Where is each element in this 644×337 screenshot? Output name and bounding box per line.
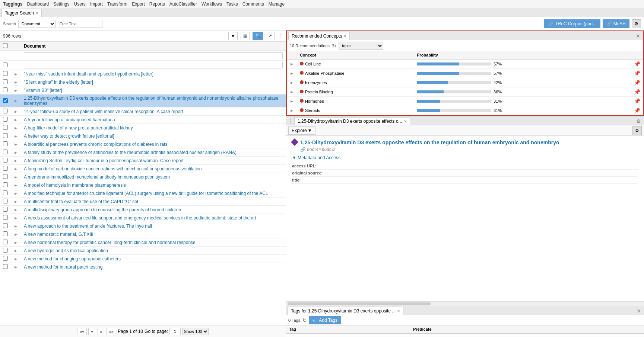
menu-taggings[interactable]: Taggings xyxy=(3,1,22,7)
table-row[interactable]: ►"Vitamin B3" [letter] xyxy=(0,86,286,94)
row-expand-icon[interactable]: ► xyxy=(11,198,21,206)
menu-users[interactable]: Users xyxy=(74,1,86,7)
menu-comments[interactable]: Comments xyxy=(242,1,264,7)
document-link[interactable]: A bioartificial pancreas prevents chroni… xyxy=(24,142,168,147)
document-link[interactable]: A family study of the prevalence of anti… xyxy=(24,150,237,155)
show-count-dropdown[interactable]: Show 100 xyxy=(182,328,209,335)
menu-workflows[interactable]: Workflows xyxy=(202,1,222,7)
document-link[interactable]: A better way to detect growth failure [e… xyxy=(24,134,114,139)
trec-corpus-button[interactable]: 🔗 TReC Corpus (part... xyxy=(544,19,600,28)
row-checkbox[interactable] xyxy=(3,174,8,179)
document-link[interactable]: A new approach to the treatment of ankle… xyxy=(24,224,152,229)
row-checkbox[interactable] xyxy=(3,98,8,103)
menu-import[interactable]: Import xyxy=(90,1,103,7)
row-expand-icon[interactable]: ► xyxy=(11,148,21,157)
tab-close-icon[interactable]: ✕ xyxy=(35,11,38,15)
detail-tab-close-icon[interactable]: ✕ xyxy=(404,119,407,123)
prev-page-button[interactable]: « xyxy=(88,328,96,335)
row-checkbox[interactable] xyxy=(3,190,8,195)
row-checkbox[interactable] xyxy=(3,150,8,154)
pin-icon[interactable]: 📌 xyxy=(634,98,640,104)
tags-refresh-icon[interactable]: ↻ xyxy=(302,317,307,323)
document-link[interactable]: A membrane-immobilized monoclonal antibo… xyxy=(24,174,170,180)
menu-settings[interactable]: Settings xyxy=(53,1,69,7)
tags-tab[interactable]: Tags for 1,25-Dihydroxyvitamin D3 exerts… xyxy=(288,307,403,315)
row-expand-icon[interactable]: ► xyxy=(11,86,21,94)
add-tags-button[interactable]: 🏷 Add Tags xyxy=(309,316,341,324)
detail-more-button[interactable]: ⋮ xyxy=(288,118,293,124)
table-row[interactable]: ►A membrane-immobilized monoclonal antib… xyxy=(0,173,286,181)
row-checkbox[interactable] xyxy=(3,158,8,163)
row-expand-icon[interactable]: ► xyxy=(11,181,21,189)
row-checkbox[interactable] xyxy=(3,133,8,138)
table-row[interactable]: ►A bag-filter model of a new pret a port… xyxy=(0,124,286,132)
more-options-button[interactable]: ⋮ xyxy=(277,33,283,39)
document-link[interactable]: 1,25-Dihydroxyvitamin D3 exerts opposite… xyxy=(24,96,279,106)
menu-dashboard[interactable]: Dashboard xyxy=(27,1,49,7)
row-expand-icon[interactable]: ► xyxy=(11,94,21,107)
panel-top-close-icon[interactable]: ✕ xyxy=(634,33,642,39)
document-search-input[interactable] xyxy=(24,52,283,59)
next-page-button[interactable]: » xyxy=(98,328,105,335)
row-checkbox[interactable] xyxy=(3,62,8,67)
detail-doc-tab[interactable]: 1,25-Dihydroxyvitamin D3 exerts opposite… xyxy=(294,117,410,125)
horizontal-scrollbar[interactable] xyxy=(286,301,644,306)
document-link[interactable]: A new hemostatic material, G.T.XIII xyxy=(24,232,93,237)
reco-expand-icon[interactable]: ► xyxy=(287,59,297,69)
pin-icon[interactable]: 📌 xyxy=(634,61,640,67)
tagger-search-tab[interactable]: Tagger Search ✕ xyxy=(1,9,42,17)
document-link[interactable]: A needs assessment of advanced life supp… xyxy=(24,215,256,221)
table-row[interactable]: ►"Near miss" sudden infant death and epi… xyxy=(0,70,286,78)
row-expand-icon[interactable]: ► xyxy=(11,116,21,124)
row-expand-icon[interactable]: ► xyxy=(11,206,21,214)
menu-export[interactable]: Export xyxy=(132,1,145,7)
row-checkbox[interactable] xyxy=(3,240,8,244)
table-row[interactable]: ►A new method for changing suprapubic ca… xyxy=(0,255,286,263)
document-link[interactable]: A new method for intraoral patch testing xyxy=(24,264,102,270)
table-row[interactable]: ►A new hemostatic material, G.T.XIII xyxy=(0,230,286,238)
row-checkbox[interactable] xyxy=(3,199,8,203)
search-icon-button[interactable]: 🔍 xyxy=(253,32,263,40)
row-checkbox[interactable] xyxy=(3,256,8,261)
row-expand-icon[interactable]: ► xyxy=(11,107,21,116)
export-button[interactable]: ↗ xyxy=(266,32,275,40)
row-expand-icon[interactable]: ► xyxy=(11,157,21,165)
row-checkbox[interactable] xyxy=(3,87,8,92)
table-row[interactable]: ►A new approach to the treatment of ankl… xyxy=(0,222,286,230)
document-link[interactable]: 14-year follow-up study of a patient wit… xyxy=(24,109,183,114)
document-link[interactable]: A modified technique for anterior crucia… xyxy=(24,191,268,196)
document-link[interactable]: A new method for changing suprapubic cat… xyxy=(24,256,121,261)
table-row[interactable]: ►A family study of the prevalence of ant… xyxy=(0,148,286,157)
document-link[interactable]: A new hydrogel and its medical applicati… xyxy=(24,248,108,253)
table-row[interactable]: ►A model of hemolysis in membrane plasma… xyxy=(0,181,286,189)
row-expand-icon[interactable]: ► xyxy=(11,173,21,181)
table-row[interactable]: ►A new hydrogel and its medical applicat… xyxy=(0,247,286,255)
free-text-input[interactable] xyxy=(58,20,102,28)
table-row[interactable]: ►A bioartificial pancreas prevents chron… xyxy=(0,140,286,148)
menu-autoclassifier[interactable]: AutoClassifier xyxy=(169,1,197,7)
document-link[interactable]: A new hormonal therapy for prostatic can… xyxy=(24,240,196,245)
tags-tab-close-icon[interactable]: ✕ xyxy=(397,309,400,313)
row-checkbox[interactable] xyxy=(3,166,8,171)
goto-input[interactable] xyxy=(169,328,181,335)
row-expand-icon[interactable]: ► xyxy=(11,70,21,78)
document-link[interactable]: A model of hemolysis in membrane plasmap… xyxy=(24,183,126,188)
row-checkbox[interactable] xyxy=(3,248,8,253)
row-checkbox[interactable] xyxy=(3,79,8,84)
row-expand-icon[interactable]: ► xyxy=(11,78,21,86)
filter-button[interactable]: ▼ xyxy=(228,32,238,40)
document-type-dropdown[interactable]: Document xyxy=(18,20,55,28)
document-link[interactable]: A lung model of carbon dioxide concentra… xyxy=(24,166,202,171)
reco-expand-icon[interactable]: ► xyxy=(287,69,297,78)
table-row[interactable] xyxy=(0,61,286,70)
row-search-input[interactable] xyxy=(24,62,283,68)
columns-button[interactable]: ▦ xyxy=(241,32,250,40)
menu-transform[interactable]: Transform xyxy=(107,1,127,7)
table-row[interactable]: ►A modified technique for anterior cruci… xyxy=(0,189,286,198)
menu-manage[interactable]: Manage xyxy=(269,1,285,7)
last-page-button[interactable]: »» xyxy=(107,328,116,335)
table-row[interactable]: ►A new method for intraoral patch testin… xyxy=(0,263,286,271)
row-checkbox[interactable] xyxy=(3,231,8,236)
row-expand-icon[interactable]: ► xyxy=(11,124,21,132)
row-expand-icon[interactable]: ► xyxy=(11,255,21,263)
